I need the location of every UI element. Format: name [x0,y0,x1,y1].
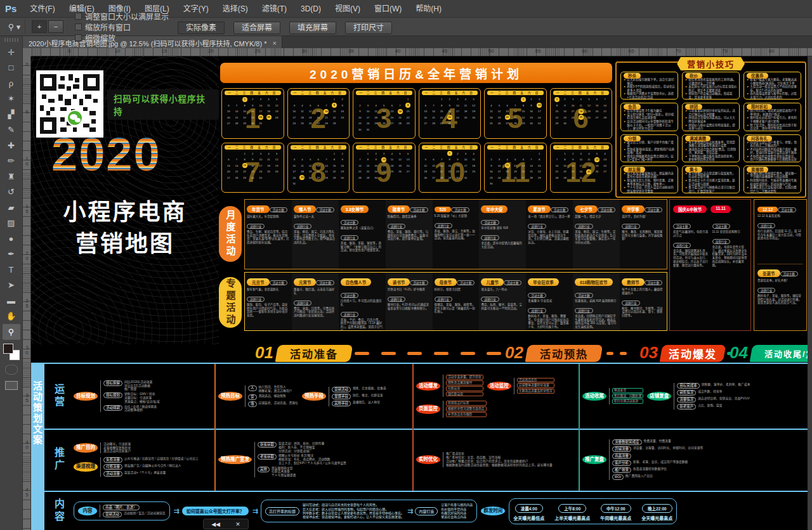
calendar-day: 28 [429,120,438,127]
calendar-highlight-day: 11 [505,163,510,168]
mindmap-branch: 商品（图片、表述） [103,505,166,510]
screen-mode-button[interactable] [5,381,18,390]
mindmap-branch-label: 目标拆解 [103,380,122,386]
activity-industry: 美妆、服饰、珠宝、生鲜等，加强购物行业可以来打第一波——活动，营造爱意的氛围。 [435,229,478,240]
tip-card: 集卡集卡拼图玩法自带话题与裂变属性，拉动老带新传播集齐指定卡片可兑换大奖或优惠，… [682,165,740,193]
menu-item-F[interactable]: 文件(F) [23,4,62,13]
mindmap-leaves: 成交件数、转化率 [698,390,722,394]
calendar-day: 19 [593,163,601,169]
healing-brush-tool[interactable]: ✚ [3,138,20,153]
eraser-tool[interactable]: ▰ [3,200,20,216]
magic-wand-tool[interactable]: ✶ [3,91,20,107]
calendar-day: 28 [511,120,520,127]
mindmap-cluster: 页面监控热销商品打标签根据转化情况调整页面商品补货商品库存跟踪 [416,401,487,417]
calendar-day: 31 [257,120,265,127]
activity-card-title: 618购物狂欢节 [575,278,612,286]
mindmap-leaf: 进店途径比例、营销支出、页面PV/UV [698,397,750,401]
calendar-grid: 一 二 三 四 五 六 日112345678910111213141516171… [221,88,612,193]
rewind-icon[interactable]: ◀◀ [211,521,220,527]
calendar-day: 1 [240,151,249,157]
calendar-day: 30 [454,175,462,181]
mindmap-cluster: 预热推广宣发新客获取裂变活动：拼团、砍价、分销传播福利：新人券、不定期抽奖分销活… [218,442,346,477]
menu-item-H[interactable]: 帮助(H) [409,4,449,13]
calendar-day: 3 [462,151,470,157]
floating-mini-controls[interactable]: ◀◀ ✕ [203,519,249,529]
eyedropper-tool[interactable]: ✎ [3,122,20,138]
activity-theme: 集福卡、猜灯谜，元宵佳节送好礼 [294,288,337,295]
move-tool[interactable]: ✛ [3,44,20,60]
calendar-day: 31 [535,120,544,127]
menu-item-Y[interactable]: 文字(Y) [176,4,216,13]
mindmap-leaf: 活动商品库存 [517,378,554,383]
option-button[interactable]: 实际像素 [178,22,225,34]
special-industry: 全品类，围绕团聚送礼场景，可借势开展国庆中秋系列活动，也可与返乡出行、旅途相结合… [673,249,709,268]
tip-bullet: 不妨借此机会收集需求和反馈意见、用户兴趣标签数据便于后期精准运营 [747,155,799,162]
lasso-tool[interactable]: ρ [3,75,20,91]
mindmap-cluster: 目标规划目标拆解同比2019年活动效果环比近3次活动数据推广预算目标规划销售目标… [74,380,159,412]
shape-tool[interactable]: ▬ [3,293,20,309]
menu-item-V[interactable]: 视图(V) [328,4,367,13]
tip-bullet: 除了促活外，限时折扣也适合用于新品试卖、清仓甩货等场景 [747,124,799,131]
mindmap-children: 目标完成率销售额、客单价、毛利率、推广成本销售情况成交件数、转化率流量情况进店途… [674,383,750,410]
crop-tool[interactable]: ▞ [3,107,20,122]
type-tool[interactable]: T [3,262,20,278]
zoom-tool-preset-icon[interactable]: ⚲ ▾ [4,20,25,34]
path-select-tool[interactable]: ➤ [3,278,20,294]
brush-tool[interactable]: ✏ [3,153,20,169]
field-theme-label: 活动主题 [673,224,691,229]
zoom-tool[interactable]: ⚲ [3,324,20,340]
option-button[interactable]: 打印尺寸 [345,22,392,34]
tip-bullet: 拼团适合常规快消类商品，可以大大降低获客成本 [685,116,737,123]
calendar-day: 13 [388,108,396,115]
color-swatches[interactable] [3,344,20,360]
tab-close-icon[interactable]: × [272,39,276,47]
clone-stamp-tool[interactable]: ♜ [3,169,20,184]
marquee-tool[interactable]: □ [3,60,20,76]
toolbar-grip[interactable] [4,38,18,42]
mindmap-leaf: 社群运营 [446,386,483,391]
checkbox-box[interactable] [75,34,82,41]
vertical-ruler[interactable]: 051015202530354045 [23,56,31,530]
mindmap-branch: 销售情况成交件数、转化率 [677,390,750,396]
hand-tool[interactable]: ✋ [3,309,20,325]
calendar-day: 23 [487,175,495,181]
zoom-in-button[interactable]: + [32,20,47,33]
foreground-color-swatch[interactable] [3,344,13,354]
menu-item-T[interactable]: 滤镜(T) [255,4,294,13]
activity-card-title: 元旦节 [247,278,270,286]
option-button[interactable]: 适合屏幕 [233,22,280,34]
calendar-day: 18 [503,169,511,175]
calendar-day: 23 [338,115,346,121]
checkbox-box[interactable] [75,23,82,30]
ruler-v-number: 45 [24,488,30,498]
calendar-day: 6 [314,103,322,109]
calendar-day: 6 [388,103,396,109]
zoom-out-button[interactable]: − [48,20,63,33]
mindmap-branch: 目标完成率销售额、客单价、毛利率、推广成本 [677,383,750,389]
pen-tool[interactable]: ✒ [3,247,20,262]
option-checkbox[interactable]: 调整窗口大小以满屏显示 [75,11,169,22]
calendar-highlight-day: 20 [505,115,510,120]
checkbox-box[interactable] [75,13,82,20]
gradient-tool[interactable]: ▨ [3,216,20,231]
blur-tool[interactable]: ● [3,231,20,247]
calendar-day: 31 [257,175,265,181]
calendar-day: 15 [520,108,528,115]
menu-item-W[interactable]: 窗口(W) [367,4,409,13]
mindmap-leaf: 根据转化情况调整页面商品 [446,406,487,411]
mindmap-cluster: 内容商品（图片、表述）营销活动活动规则 / 奖品 / 活动氛围营造 [78,505,166,517]
horizontal-ruler[interactable]: 5101520253035404550556065707580 [23,48,812,56]
calendar-banner: 2020营销日历&全年营销计划 [220,63,612,83]
menu-item-S[interactable]: 选择(S) [216,4,255,13]
activity-industry: 食品、米面、日用等，可食品商户可推出「全民闹元宵」活动并适时跟进行业氛围营造。 [294,307,337,318]
menu-item-3DD[interactable]: 3D(D) [294,4,328,13]
history-brush-tool[interactable]: ↺ [3,184,20,200]
vertical-scrollbar[interactable] [808,48,812,530]
option-button[interactable]: 填充屏幕 [289,22,336,34]
close-icon[interactable]: ✕ [235,521,240,527]
option-checkbox[interactable]: 细微缩放 [75,32,169,43]
activity-card-title: 白色情人节 [341,278,372,286]
quick-mask-button[interactable] [5,365,18,375]
calendar-blank [438,151,446,157]
option-checkbox[interactable]: 缩放所有窗口 [75,22,169,32]
